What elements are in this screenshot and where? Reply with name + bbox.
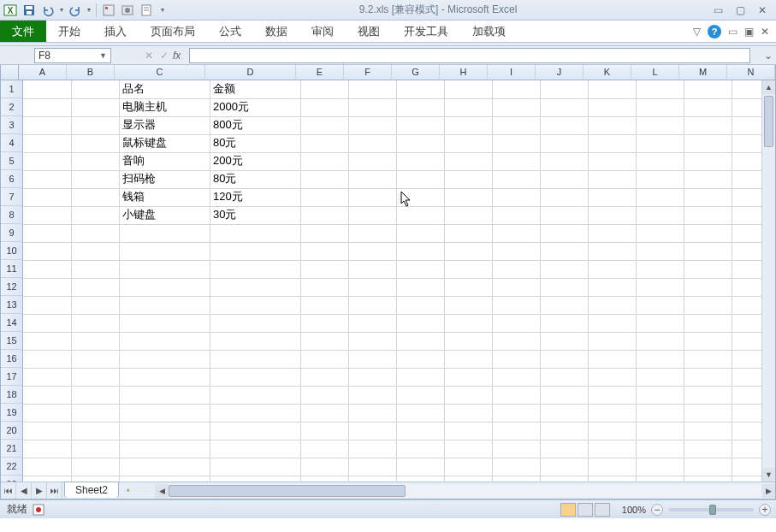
minimize-icon[interactable]: ▭ xyxy=(709,4,726,16)
row-header-14[interactable]: 14 xyxy=(1,314,22,332)
row-header-2[interactable]: 2 xyxy=(1,98,22,116)
col-header-N[interactable]: N xyxy=(727,65,775,80)
select-all-button[interactable] xyxy=(1,65,19,80)
cell-C3[interactable]: 显示器 xyxy=(121,116,156,134)
vscroll-thumb[interactable] xyxy=(764,96,773,147)
view-normal-icon[interactable] xyxy=(560,503,576,517)
row-header-18[interactable]: 18 xyxy=(1,386,22,404)
name-box[interactable]: F8 ▼ xyxy=(34,48,111,63)
qat-btn-2-icon[interactable] xyxy=(121,3,134,17)
cell-C5[interactable]: 音响 xyxy=(121,152,145,170)
row-header-4[interactable]: 4 xyxy=(1,134,22,152)
name-box-dropdown-icon[interactable]: ▼ xyxy=(99,51,107,60)
cell-D5[interactable]: 200元 xyxy=(211,152,243,170)
undo-icon[interactable] xyxy=(41,3,55,17)
ribbon-tab-5[interactable]: 审阅 xyxy=(299,21,346,42)
cell-C6[interactable]: 扫码枪 xyxy=(121,170,156,188)
zoom-in-icon[interactable]: + xyxy=(759,504,771,516)
col-header-J[interactable]: J xyxy=(536,65,583,80)
zoom-out-icon[interactable]: − xyxy=(651,504,663,516)
row-header-3[interactable]: 3 xyxy=(1,116,22,134)
doc-restore-icon[interactable]: ▣ xyxy=(744,26,754,38)
col-header-M[interactable]: M xyxy=(679,65,727,80)
qat-btn-3-icon[interactable] xyxy=(139,3,153,17)
scroll-down-icon[interactable]: ▼ xyxy=(762,468,775,482)
row-header-1[interactable]: 1 xyxy=(1,80,22,98)
cell-C2[interactable]: 电脑主机 xyxy=(121,98,167,116)
col-header-F[interactable]: F xyxy=(344,65,392,80)
cell-C7[interactable]: 钱箱 xyxy=(121,188,145,206)
row-header-6[interactable]: 6 xyxy=(1,170,22,188)
vertical-scrollbar[interactable]: ▲ ▼ xyxy=(761,80,775,482)
undo-dropdown-icon[interactable]: ▾ xyxy=(60,6,63,14)
col-header-D[interactable]: D xyxy=(205,65,296,80)
fx-icon[interactable]: fx xyxy=(173,50,184,62)
row-header-15[interactable]: 15 xyxy=(1,332,22,350)
qat-customize-icon[interactable]: ▾ xyxy=(158,6,167,14)
help-icon[interactable]: ? xyxy=(708,25,721,38)
row-header-9[interactable]: 9 xyxy=(1,224,22,242)
cell-D6[interactable]: 80元 xyxy=(211,170,236,188)
row-header-23[interactable]: 23 xyxy=(1,476,22,482)
redo-icon[interactable] xyxy=(68,3,82,17)
ribbon-tab-3[interactable]: 公式 xyxy=(207,21,253,42)
hscroll-thumb[interactable] xyxy=(169,485,406,497)
save-icon[interactable] xyxy=(22,3,36,17)
qat-btn-1-icon[interactable] xyxy=(102,3,116,17)
cell-D4[interactable]: 80元 xyxy=(211,134,236,152)
zoom-slider[interactable] xyxy=(668,508,754,511)
row-header-7[interactable]: 7 xyxy=(1,188,22,206)
file-tab[interactable]: 文件 xyxy=(0,21,46,42)
cell-D7[interactable]: 120元 xyxy=(211,188,243,206)
col-header-A[interactable]: A xyxy=(19,65,67,80)
new-sheet-icon[interactable]: ⋆ xyxy=(119,482,138,499)
row-header-16[interactable]: 16 xyxy=(1,350,22,368)
ribbon-tab-6[interactable]: 视图 xyxy=(346,21,392,42)
row-header-21[interactable]: 21 xyxy=(1,440,22,458)
cell-C8[interactable]: 小键盘 xyxy=(121,206,156,224)
macro-record-icon[interactable] xyxy=(33,504,44,516)
row-header-12[interactable]: 12 xyxy=(1,278,22,296)
cell-C4[interactable]: 鼠标键盘 xyxy=(121,134,167,152)
col-header-G[interactable]: G xyxy=(392,65,440,80)
horizontal-scrollbar[interactable]: ◀ ▶ xyxy=(155,482,775,499)
sheet-nav-prev-icon[interactable]: ◀ xyxy=(16,482,32,499)
cell-D3[interactable]: 800元 xyxy=(211,116,243,134)
row-header-10[interactable]: 10 xyxy=(1,242,22,260)
row-header-19[interactable]: 19 xyxy=(1,404,22,422)
ribbon-tab-0[interactable]: 开始 xyxy=(46,21,92,42)
ribbon-tab-8[interactable]: 加载项 xyxy=(460,21,518,42)
col-header-I[interactable]: I xyxy=(488,65,536,80)
sheet-nav-next-icon[interactable]: ▶ xyxy=(32,482,47,499)
cell-C1[interactable]: 品名 xyxy=(121,80,145,98)
ribbon-tab-1[interactable]: 插入 xyxy=(92,21,139,42)
ribbon-tab-7[interactable]: 开发工具 xyxy=(392,21,460,42)
doc-close-icon[interactable]: ✕ xyxy=(761,26,769,38)
col-header-H[interactable]: H xyxy=(440,65,488,80)
sheet-nav-first-icon[interactable]: ⏮ xyxy=(1,482,16,499)
redo-dropdown-icon[interactable]: ▾ xyxy=(87,6,91,14)
enter-formula-icon[interactable]: ✓ xyxy=(157,50,171,62)
cells-area[interactable]: 品名金额电脑主机2000元显示器800元鼠标键盘80元音响200元扫码枪80元钱… xyxy=(23,80,761,482)
cell-D2[interactable]: 2000元 xyxy=(211,98,249,116)
doc-minimize-icon[interactable]: ▭ xyxy=(728,26,737,38)
ribbon-tab-2[interactable]: 页面布局 xyxy=(139,21,207,42)
restore-icon[interactable]: ▢ xyxy=(732,4,749,16)
zoom-percent[interactable]: 100% xyxy=(622,505,646,515)
row-header-17[interactable]: 17 xyxy=(1,368,22,386)
row-header-8[interactable]: 8 xyxy=(1,206,22,224)
ribbon-tab-4[interactable]: 数据 xyxy=(253,21,299,42)
scroll-up-icon[interactable]: ▲ xyxy=(762,80,775,94)
close-icon[interactable]: ✕ xyxy=(754,4,771,16)
scroll-right-icon[interactable]: ▶ xyxy=(761,484,775,498)
col-header-K[interactable]: K xyxy=(583,65,631,80)
row-header-13[interactable]: 13 xyxy=(1,296,22,314)
cell-D1[interactable]: 金额 xyxy=(211,80,235,98)
ribbon-minimize-icon[interactable]: ▽ xyxy=(693,26,701,38)
col-header-L[interactable]: L xyxy=(631,65,679,80)
row-header-11[interactable]: 11 xyxy=(1,260,22,278)
row-header-22[interactable]: 22 xyxy=(1,458,22,476)
formula-bar-expand-icon[interactable]: ⌄ xyxy=(764,50,776,62)
col-header-C[interactable]: C xyxy=(115,65,205,80)
row-header-5[interactable]: 5 xyxy=(1,152,22,170)
